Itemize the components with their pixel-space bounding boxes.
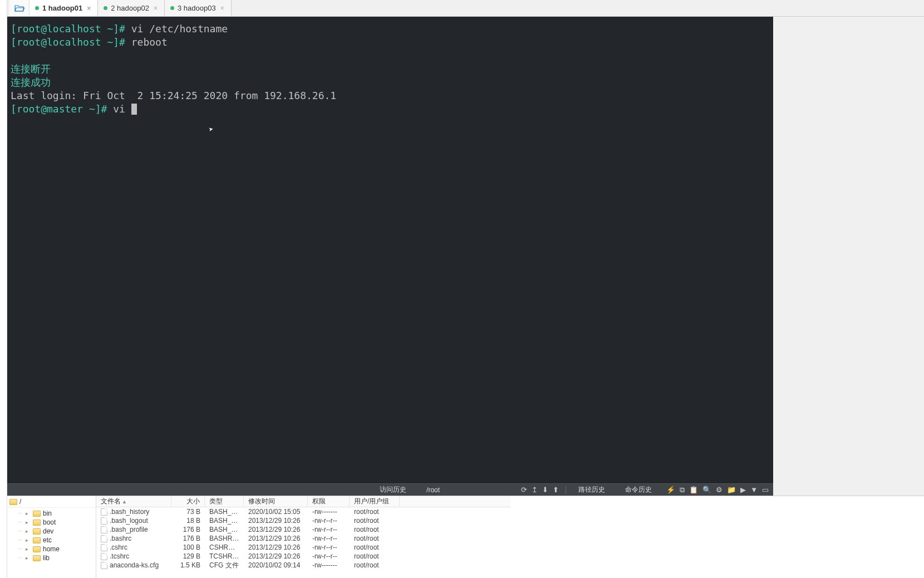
tree-item-lib[interactable]: ▸lib bbox=[7, 553, 96, 562]
refresh-icon[interactable]: ⟳ bbox=[521, 486, 527, 494]
tree-item-label: etc bbox=[43, 536, 52, 544]
path-history-button[interactable]: 路径历史 bbox=[568, 485, 615, 494]
file-panel-blank bbox=[510, 496, 925, 578]
file-row[interactable]: .bash_logout18 BBASH_LO...2013/12/29 10:… bbox=[96, 516, 510, 525]
upload-icon[interactable]: ↥ bbox=[532, 486, 538, 494]
right-gutter bbox=[773, 17, 924, 483]
file-row[interactable]: .bash_history73 BBASH_HIS...2020/10/02 1… bbox=[96, 507, 510, 516]
command-text: vi /etc/hostname bbox=[125, 23, 228, 35]
copy-icon[interactable]: ⧉ bbox=[680, 486, 685, 494]
file-row[interactable]: anaconda-ks.cfg1.5 KBCFG 文件2020/10/02 09… bbox=[96, 561, 510, 570]
command-text: vi bbox=[107, 103, 131, 115]
current-path[interactable]: /root bbox=[416, 486, 450, 494]
file-icon bbox=[101, 508, 107, 516]
command-text: reboot bbox=[125, 36, 168, 48]
file-row[interactable]: .bashrc176 BBASHRC ...2013/12/29 10:26-r… bbox=[96, 534, 510, 543]
close-icon[interactable]: × bbox=[86, 4, 92, 12]
header-type[interactable]: 类型 bbox=[205, 496, 244, 507]
tree-item-dev[interactable]: ▸dev bbox=[7, 527, 96, 536]
folder-icon bbox=[33, 528, 41, 535]
expand-icon: ▸ bbox=[26, 537, 31, 543]
close-icon[interactable]: × bbox=[219, 4, 225, 12]
header-perm[interactable]: 权限 bbox=[308, 496, 350, 507]
tree-item-label: boot bbox=[43, 518, 56, 526]
close-icon[interactable]: × bbox=[153, 4, 159, 12]
tree-root-label: / bbox=[19, 498, 21, 506]
file-list-header: 文件名▲ 大小 类型 修改时间 权限 用户/用户组 bbox=[96, 496, 510, 507]
prompt: [root@localhost ~]# bbox=[11, 36, 125, 48]
directory-tree: / ▸bin▸boot▸dev▸etc▸home▸lib bbox=[7, 496, 96, 578]
status-disconnect: 连接断开 bbox=[11, 63, 51, 75]
tab-hadoop02[interactable]: 2 hadoop02 × bbox=[98, 0, 165, 16]
header-owner[interactable]: 用户/用户组 bbox=[350, 496, 400, 507]
file-row[interactable]: .tcshrc129 BTCSHRC ...2013/12/29 10:26-r… bbox=[96, 552, 510, 561]
file-icon bbox=[101, 535, 107, 542]
tab-hadoop01[interactable]: 1 hadoop01 × bbox=[30, 0, 98, 16]
play-icon[interactable]: ▶ bbox=[740, 486, 746, 494]
header-date[interactable]: 修改时间 bbox=[244, 496, 308, 507]
folder-icon bbox=[33, 546, 41, 552]
tab-label: 2 hadoop02 bbox=[111, 4, 149, 12]
sort-asc-icon: ▲ bbox=[121, 499, 127, 504]
tree-item-home[interactable]: ▸home bbox=[7, 545, 96, 553]
terminal-footer-bar: 访问历史 /root ⟳ ↥ ⬇ ⬆ 路径历史 命令历史 ⚡ ⧉ 📋 🔍 ⚙ bbox=[7, 483, 773, 496]
file-icon bbox=[101, 553, 107, 560]
header-name[interactable]: 文件名▲ bbox=[96, 496, 171, 507]
tree-item-bin[interactable]: ▸bin bbox=[7, 509, 96, 518]
file-icon bbox=[101, 562, 107, 569]
expand-icon: ▸ bbox=[26, 528, 31, 534]
tree-root[interactable]: / bbox=[7, 496, 96, 508]
download-icon[interactable]: ⬇ bbox=[542, 486, 548, 494]
tab-label: 3 hadoop03 bbox=[178, 4, 216, 12]
footer-transfer-icons: ⟳ ↥ ⬇ ⬆ bbox=[517, 486, 563, 494]
file-icon bbox=[101, 526, 107, 533]
terminal-cursor bbox=[131, 104, 137, 115]
expand-icon: ▸ bbox=[26, 520, 31, 525]
upload-alt-icon[interactable]: ⬆ bbox=[553, 486, 559, 494]
tab-bar: 1 hadoop01 × 2 hadoop02 × 3 hadoop03 × bbox=[7, 0, 924, 17]
expand-icon: ▸ bbox=[26, 555, 31, 561]
mouse-pointer: ➤ bbox=[208, 122, 214, 136]
lightning-icon[interactable]: ⚡ bbox=[666, 486, 675, 494]
tree-item-etc[interactable]: ▸etc bbox=[7, 536, 96, 545]
prompt: [root@master ~]# bbox=[11, 103, 107, 115]
folder-icon[interactable]: 📁 bbox=[727, 486, 736, 494]
last-login-text: Last login: Fri Oct 2 15:24:25 2020 from… bbox=[11, 90, 336, 101]
file-icon bbox=[101, 517, 107, 525]
tab-hadoop03[interactable]: 3 hadoop03 × bbox=[165, 0, 232, 16]
tree-item-label: lib bbox=[43, 554, 50, 562]
search-icon[interactable]: 🔍 bbox=[702, 486, 711, 494]
connection-status-dot bbox=[35, 6, 39, 10]
left-sidebar-strip bbox=[0, 0, 7, 578]
visit-history-button[interactable]: 访问历史 bbox=[370, 485, 416, 494]
file-row[interactable]: .bash_profile176 BBASH_PR...2013/12/29 1… bbox=[96, 525, 510, 534]
terminal-pane[interactable]: [root@localhost ~]# vi /etc/hostname [ro… bbox=[7, 17, 773, 483]
file-icon bbox=[101, 544, 107, 551]
folder-icon bbox=[33, 555, 41, 561]
paste-icon[interactable]: 📋 bbox=[689, 486, 698, 494]
open-folder-button[interactable] bbox=[9, 0, 30, 16]
status-connected: 连接成功 bbox=[11, 76, 51, 88]
file-row[interactable]: .cshrc100 BCSHRC 文件2013/12/29 10:26-rw-r… bbox=[96, 543, 510, 552]
expand-icon: ▸ bbox=[26, 546, 31, 552]
tree-item-label: dev bbox=[43, 527, 53, 535]
command-history-button[interactable]: 命令历史 bbox=[615, 485, 662, 494]
file-browser-panel: / ▸bin▸boot▸dev▸etc▸home▸lib 文件名▲ 大小 类型 … bbox=[7, 496, 924, 578]
connection-status-dot bbox=[104, 6, 107, 10]
gear-icon[interactable]: ⚙ bbox=[716, 486, 723, 494]
file-list: 文件名▲ 大小 类型 修改时间 权限 用户/用户组 .bash_history7… bbox=[96, 496, 510, 578]
folder-open-icon bbox=[14, 4, 24, 12]
tree-item-label: bin bbox=[43, 510, 52, 517]
tab-label: 1 hadoop01 bbox=[42, 4, 82, 12]
folder-icon bbox=[9, 499, 17, 505]
header-size[interactable]: 大小 bbox=[171, 496, 205, 507]
right-gutter-footer bbox=[773, 483, 924, 496]
footer-tool-icons: ⚡ ⧉ 📋 🔍 ⚙ 📁 ▶ ▼ ▭ bbox=[662, 486, 773, 494]
folder-icon bbox=[33, 520, 41, 526]
download-alt-icon[interactable]: ▼ bbox=[750, 486, 758, 494]
tree-item-boot[interactable]: ▸boot bbox=[7, 518, 96, 527]
folder-icon bbox=[33, 511, 41, 517]
fullscreen-icon[interactable]: ▭ bbox=[762, 486, 769, 494]
prompt: [root@localhost ~]# bbox=[11, 23, 125, 35]
connection-status-dot bbox=[170, 6, 174, 10]
